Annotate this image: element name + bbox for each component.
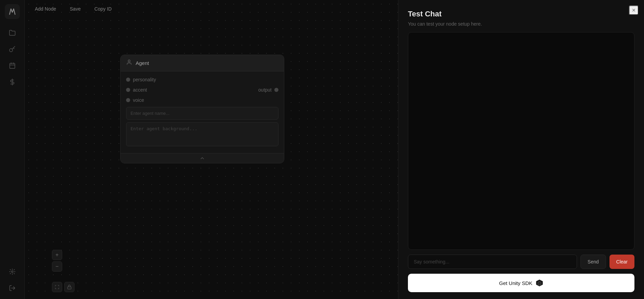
port-dot-personality	[126, 78, 130, 82]
sidebar-icon-calendar[interactable]	[5, 59, 19, 72]
lock-button[interactable]	[64, 282, 74, 292]
panel-close-button[interactable]: ×	[629, 5, 639, 15]
sidebar-icon-export[interactable]	[5, 281, 19, 295]
agent-icon	[126, 59, 132, 67]
clear-button[interactable]: Clear	[609, 255, 634, 269]
port-dot-voice	[126, 98, 130, 102]
port-right: output	[258, 77, 278, 103]
node-header: Agent	[121, 55, 284, 71]
add-node-button[interactable]: Add Node	[31, 4, 59, 14]
unity-sdk-label: Get Unity SDK	[499, 280, 533, 286]
sidebar-bottom	[5, 265, 19, 295]
chat-messages[interactable]	[408, 32, 634, 250]
port-personality: personality	[126, 77, 156, 82]
zoom-in-button[interactable]: +	[52, 250, 62, 260]
port-label-accent: accent	[133, 87, 147, 93]
port-dot-accent	[126, 88, 130, 92]
ports-left: personality accent voice	[126, 77, 156, 103]
sidebar-icon-settings[interactable]	[5, 265, 19, 278]
node-collapse-button[interactable]	[121, 153, 284, 163]
port-output: output	[258, 87, 278, 93]
svg-point-7	[11, 271, 13, 273]
svg-rect-2	[10, 63, 15, 68]
port-label-personality: personality	[133, 77, 156, 82]
port-label-output: output	[258, 87, 272, 93]
canvas[interactable]: Add Node Save Copy ID Agent personality	[25, 0, 398, 299]
port-accent: accent	[126, 87, 156, 93]
send-button[interactable]: Send	[580, 255, 606, 269]
agent-node: Agent personality accent voice	[120, 55, 284, 163]
unity-icon	[536, 279, 543, 287]
sidebar-icon-key[interactable]	[5, 42, 19, 56]
test-chat-panel: × Test Chat You can test your node setup…	[398, 0, 644, 299]
toolbar: Add Node Save Copy ID	[25, 0, 398, 18]
node-ports: personality accent voice output	[126, 77, 278, 103]
sidebar	[0, 0, 25, 299]
agent-background-input[interactable]	[126, 122, 278, 146]
port-voice: voice	[126, 97, 156, 103]
logo	[5, 4, 20, 19]
zoom-controls: + −	[52, 250, 62, 272]
unity-sdk-button[interactable]: Get Unity SDK	[408, 274, 634, 292]
panel-title: Test Chat	[408, 10, 634, 18]
node-body: personality accent voice output	[121, 71, 284, 153]
port-dot-output	[274, 88, 278, 92]
node-title: Agent	[136, 60, 149, 66]
port-label-voice: voice	[133, 97, 144, 103]
chat-input-row: Send Clear	[408, 255, 634, 269]
chat-input[interactable]	[408, 255, 577, 269]
svg-rect-10	[68, 287, 71, 289]
save-button[interactable]: Save	[66, 4, 84, 14]
panel-subtitle: You can test your node setup here.	[408, 21, 634, 27]
canvas-controls	[52, 282, 74, 292]
svg-point-9	[128, 60, 130, 62]
fit-view-button[interactable]	[52, 282, 62, 292]
zoom-out-button[interactable]: −	[52, 261, 62, 272]
sidebar-icon-billing[interactable]	[5, 75, 19, 89]
sidebar-icon-folder[interactable]	[5, 26, 19, 40]
logo-svg	[8, 7, 17, 16]
agent-name-input[interactable]	[126, 107, 278, 120]
copy-id-button[interactable]: Copy ID	[91, 4, 115, 14]
